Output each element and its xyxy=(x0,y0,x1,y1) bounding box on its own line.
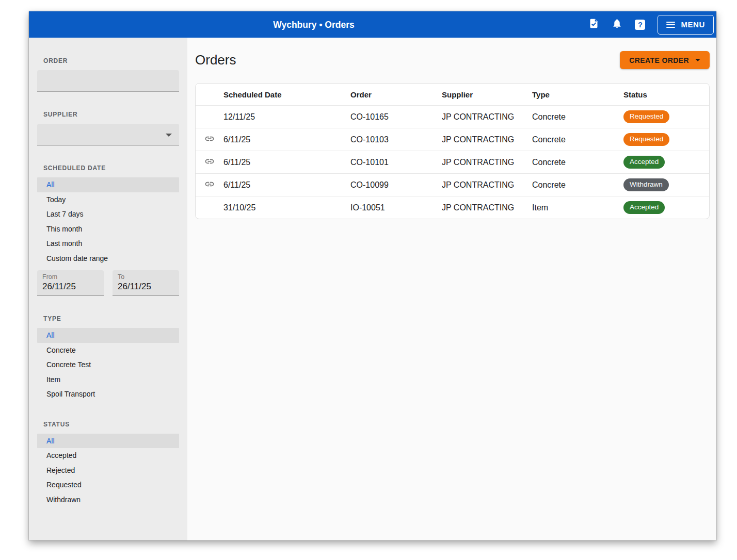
status-badge: Withdrawn xyxy=(623,178,669,191)
order-filter-input[interactable] xyxy=(37,70,179,92)
date-to-field[interactable]: To 26/11/25 xyxy=(113,270,179,296)
cell-scheduled-date: 6/11/25 xyxy=(223,135,350,144)
help-icon: ? xyxy=(635,20,645,30)
cell-type: Concrete xyxy=(532,158,623,167)
scheduled-date-option-last-7-days[interactable]: Last 7 days xyxy=(37,207,179,222)
status-badge: Accepted xyxy=(623,201,665,214)
scheduled-date-option-custom-range[interactable]: Custom date range xyxy=(37,251,179,266)
col-supplier: Supplier xyxy=(442,90,532,99)
appbar: Wychbury • Orders ? xyxy=(29,11,716,38)
table-row[interactable]: 6/11/25 CO-10101 JP CONTRACTING Concrete… xyxy=(196,151,709,173)
notifications-button[interactable] xyxy=(611,19,622,30)
status-badge: Accepted xyxy=(623,156,665,169)
notifications-icon xyxy=(612,18,622,31)
appbar-actions: ? MENU xyxy=(588,15,716,35)
cell-order: CO-10165 xyxy=(350,112,442,122)
date-to-label: To xyxy=(118,273,174,281)
scheduled-date-option-today[interactable]: Today xyxy=(37,192,179,207)
scheduled-date-option-this-month[interactable]: This month xyxy=(37,222,179,237)
link-icon xyxy=(204,179,215,191)
tasks-button[interactable] xyxy=(588,19,599,30)
date-from-value: 26/11/25 xyxy=(42,282,99,292)
date-to-value: 26/11/25 xyxy=(118,282,174,292)
cell-type: Concrete xyxy=(532,112,623,122)
cell-scheduled-date: 6/11/25 xyxy=(223,158,350,167)
cell-supplier: JP CONTRACTING xyxy=(442,203,532,212)
status-option-all[interactable]: All xyxy=(37,434,179,449)
cell-order: CO-10099 xyxy=(350,180,442,190)
table-row[interactable]: 12/11/25 CO-10165 JP CONTRACTING Concret… xyxy=(196,105,709,128)
type-option-spoil-transport[interactable]: Spoil Transport xyxy=(37,387,179,402)
col-order: Order xyxy=(350,90,442,99)
task-check-icon xyxy=(588,18,599,31)
help-button[interactable]: ? xyxy=(634,19,646,30)
cell-scheduled-date: 12/11/25 xyxy=(223,112,350,122)
page-title: Orders xyxy=(195,52,236,68)
scheduled-date-options: All Today Last 7 days This month Last mo… xyxy=(37,177,179,266)
cell-supplier: JP CONTRACTING xyxy=(442,112,532,122)
menu-hamburger-icon xyxy=(666,22,675,28)
create-order-button-label: CREATE ORDER xyxy=(629,56,689,64)
type-options: All Concrete Concrete Test Item Spoil Tr… xyxy=(37,328,179,402)
chevron-down-icon xyxy=(695,59,700,61)
type-filter-section: TYPE All Concrete Concrete Test Item Spo… xyxy=(37,315,179,402)
col-type: Type xyxy=(532,90,623,99)
cell-scheduled-date: 6/11/25 xyxy=(223,180,350,190)
type-option-concrete-test[interactable]: Concrete Test xyxy=(37,357,179,372)
filters-sidebar: ORDER SUPPLIER SCHEDULED DATE All Today … xyxy=(29,38,187,540)
menu-button[interactable]: MENU xyxy=(658,15,714,35)
main-content: Orders CREATE ORDER Scheduled Date Order… xyxy=(187,38,716,540)
order-filter-label: ORDER xyxy=(43,57,179,64)
cell-scheduled-date: 31/10/25 xyxy=(223,203,350,212)
link-icon xyxy=(204,156,215,169)
cell-order: CO-10101 xyxy=(350,158,442,167)
status-option-rejected[interactable]: Rejected xyxy=(37,463,179,478)
status-filter-label: STATUS xyxy=(43,421,179,428)
status-badge: Requested xyxy=(623,133,669,146)
cell-order: CO-10103 xyxy=(350,135,442,144)
orders-table: Scheduled Date Order Supplier Type Statu… xyxy=(195,83,710,219)
app-window: Wychbury • Orders ? xyxy=(29,11,716,540)
scheduled-date-option-last-month[interactable]: Last month xyxy=(37,236,179,251)
type-option-item[interactable]: Item xyxy=(37,372,179,387)
status-options: All Accepted Rejected Requested Withdraw… xyxy=(37,434,179,507)
link-icon xyxy=(204,134,215,146)
scheduled-date-option-all[interactable]: All xyxy=(37,177,179,192)
supplier-filter-section: SUPPLIER xyxy=(37,111,179,145)
cell-supplier: JP CONTRACTING xyxy=(442,135,532,144)
cell-order: IO-10051 xyxy=(350,203,442,212)
cell-supplier: JP CONTRACTING xyxy=(442,158,532,167)
type-filter-label: TYPE xyxy=(43,315,179,322)
appbar-title: Wychbury • Orders xyxy=(273,19,355,30)
scheduled-date-filter-label: SCHEDULED DATE xyxy=(43,164,179,172)
supplier-select[interactable] xyxy=(37,124,179,145)
cell-supplier: JP CONTRACTING xyxy=(442,180,532,190)
table-row[interactable]: 31/10/25 IO-10051 JP CONTRACTING Item Ac… xyxy=(196,196,709,219)
create-order-button[interactable]: CREATE ORDER xyxy=(620,51,710,69)
cell-type: Item xyxy=(532,203,623,212)
date-from-field[interactable]: From 26/11/25 xyxy=(37,270,104,296)
status-filter-section: STATUS All Accepted Rejected Requested W… xyxy=(37,421,179,507)
chevron-down-icon xyxy=(166,134,172,137)
order-filter-section: ORDER xyxy=(37,57,179,92)
col-status: Status xyxy=(623,90,709,99)
custom-date-range: From 26/11/25 To 26/11/25 xyxy=(37,270,179,296)
status-option-requested[interactable]: Requested xyxy=(37,477,179,492)
supplier-filter-label: SUPPLIER xyxy=(43,111,179,118)
table-row[interactable]: 6/11/25 CO-10099 JP CONTRACTING Concrete… xyxy=(196,173,709,196)
menu-button-label: MENU xyxy=(681,20,705,29)
main-header: Orders CREATE ORDER xyxy=(195,51,710,69)
date-from-label: From xyxy=(42,273,99,281)
status-badge: Requested xyxy=(623,110,669,123)
status-option-withdrawn[interactable]: Withdrawn xyxy=(37,492,179,507)
status-option-accepted[interactable]: Accepted xyxy=(37,448,179,463)
type-option-all[interactable]: All xyxy=(37,328,179,343)
table-row[interactable]: 6/11/25 CO-10103 JP CONTRACTING Concrete… xyxy=(196,128,709,151)
cell-type: Concrete xyxy=(532,135,623,144)
type-option-concrete[interactable]: Concrete xyxy=(37,343,179,358)
orders-table-header: Scheduled Date Order Supplier Type Statu… xyxy=(196,84,709,105)
cell-type: Concrete xyxy=(532,180,623,190)
col-scheduled-date: Scheduled Date xyxy=(223,90,350,99)
scheduled-date-filter-section: SCHEDULED DATE All Today Last 7 days Thi… xyxy=(37,164,179,296)
